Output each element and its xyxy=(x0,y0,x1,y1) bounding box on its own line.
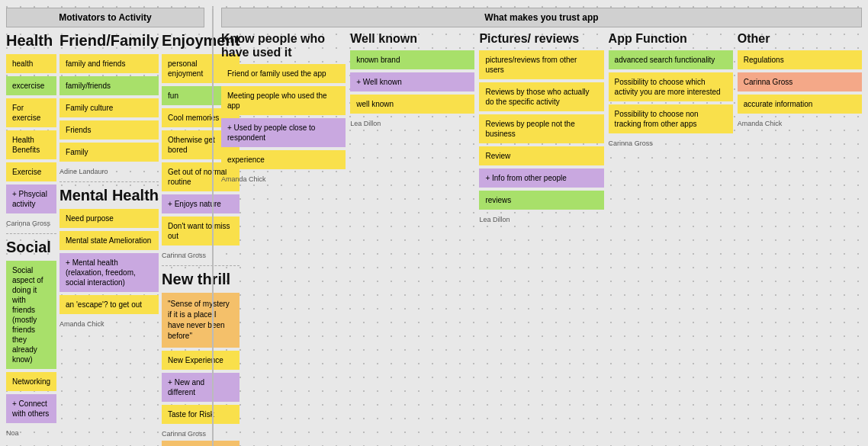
list-item: Friend or family used the app xyxy=(221,64,346,83)
know-people-col: Know people who have used it Friend or f… xyxy=(221,32,346,223)
list-item: excercise xyxy=(6,76,56,95)
other-col: Other Regulations Carinna Gross accurate… xyxy=(738,32,862,223)
list-item: family/friends xyxy=(59,76,159,95)
right-panel-columns: Know people who have used it Friend or f… xyxy=(221,32,862,223)
author-label: Carinna Gross xyxy=(609,140,733,147)
list-item: pictures/reviews from other users xyxy=(479,50,603,79)
list-item: Social aspect of doing it with friends (… xyxy=(6,261,56,369)
list-item: Friends xyxy=(59,120,159,140)
list-item: Review xyxy=(479,146,603,165)
author-label: Carinna Gross xyxy=(6,220,56,227)
well-known-title: Well known xyxy=(350,32,474,46)
list-item: family and friends xyxy=(59,54,159,73)
list-item: + Mental health (relaxation, freedom, so… xyxy=(59,253,159,292)
list-item: Family xyxy=(59,143,159,162)
list-item: Meeting people who used the app xyxy=(221,86,346,115)
list-item: health xyxy=(6,54,56,73)
left-panel: Motivators to Activity Health health exc… xyxy=(6,8,204,446)
author-label: Lea Dillon xyxy=(479,216,603,223)
board: Motivators to Activity Health health exc… xyxy=(0,0,868,446)
divider xyxy=(6,233,56,234)
list-item: + Info from other people xyxy=(479,168,603,188)
list-item: Exercise xyxy=(6,162,56,181)
author-label: Amanda Chick xyxy=(738,120,862,127)
list-item: Regulations xyxy=(738,50,862,69)
divider xyxy=(59,181,159,182)
pictures-reviews-title: Pictures/ reviews xyxy=(479,32,603,46)
well-known-col: Well known known brand + Well known well… xyxy=(350,32,474,223)
friend-mental-col: Friend/Family family and friends family/… xyxy=(59,32,159,446)
list-item: Need purpose xyxy=(59,209,159,228)
author-label: Noa xyxy=(6,429,56,437)
list-item: known brand xyxy=(350,50,474,69)
friend-family-title: Friend/Family xyxy=(59,32,159,50)
list-item: Possibility to choose which activity you… xyxy=(609,72,733,101)
list-item: Possibility to choose non tracking from … xyxy=(609,104,733,133)
health-social-col: Health health excercise For exercise Hea… xyxy=(6,32,56,446)
list-item: Networking xyxy=(6,372,56,391)
author-label: Adine Landauro xyxy=(59,168,159,175)
panel-divider xyxy=(212,8,214,446)
list-item: For exercise xyxy=(6,98,56,127)
right-panel: What makes you trust app Know people who… xyxy=(221,8,862,446)
list-item: + Used by people close to respondent xyxy=(221,118,346,147)
list-item: accurate information xyxy=(738,95,862,114)
health-title: Health xyxy=(6,32,56,50)
motivators-header: Motivators to Activity xyxy=(6,8,204,27)
list-item: advanced search functionality xyxy=(609,50,733,69)
list-item: an 'escape'? to get out xyxy=(59,295,159,314)
list-item: Reviews by people not the business xyxy=(479,114,603,143)
list-item: + Connect with others xyxy=(6,394,56,423)
list-item: Mental state Amelioration xyxy=(59,231,159,250)
left-panel-columns: Health health excercise For exercise Hea… xyxy=(6,32,204,446)
list-item: Health Benefits xyxy=(6,130,56,159)
trust-header: What makes you trust app xyxy=(221,8,862,27)
know-people-title: Know people who have used it xyxy=(221,32,346,59)
list-item: Carinna Gross xyxy=(738,72,862,91)
author-label: Lea Dillon xyxy=(350,120,474,127)
author-label: Amanda Chick xyxy=(221,175,346,183)
list-item: + Phsycial activity xyxy=(6,184,56,213)
list-item: Family culture xyxy=(59,98,159,117)
other-title: Other xyxy=(738,32,862,46)
list-item: experience xyxy=(221,150,346,169)
list-item: + Well known xyxy=(350,72,474,91)
mental-health-title: Mental Health xyxy=(59,187,159,204)
list-item: reviews xyxy=(479,191,603,210)
author-label: Amanda Chick xyxy=(59,320,159,328)
app-function-col: App Function advanced search functionali… xyxy=(609,32,733,223)
pictures-reviews-col: Pictures/ reviews pictures/reviews from … xyxy=(479,32,603,223)
social-title: Social xyxy=(6,239,56,256)
list-item: well known xyxy=(350,95,474,114)
app-function-title: App Function xyxy=(609,32,733,46)
list-item: Reviews by those who actually do the spe… xyxy=(479,82,603,111)
